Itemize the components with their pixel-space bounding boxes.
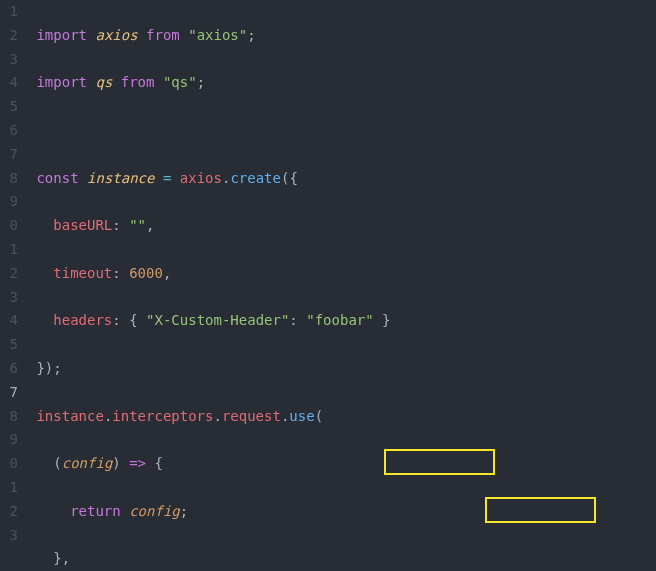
string: "X-Custom-Header" — [146, 312, 289, 328]
number: 6000 — [129, 265, 163, 281]
punct: ) — [112, 455, 120, 471]
identifier: config — [129, 503, 180, 519]
keyword: return — [70, 503, 121, 519]
string: "foobar" — [306, 312, 373, 328]
punct: , — [146, 217, 154, 233]
line-number: 2 — [0, 262, 18, 286]
code-line: headers: { "X-Custom-Header": "foobar" } — [28, 309, 656, 333]
identifier: instance — [87, 170, 154, 186]
punct: ({ — [281, 170, 298, 186]
identifier: axios — [95, 27, 137, 43]
keyword: const — [36, 170, 78, 186]
property: headers — [53, 312, 112, 328]
code-line: import axios from "axios"; — [28, 24, 656, 48]
punct: ( — [53, 455, 61, 471]
punct: : — [112, 312, 120, 328]
operator: = — [163, 170, 171, 186]
arrow: => — [129, 455, 146, 471]
keyword: from — [121, 74, 155, 90]
line-number: 1 — [0, 476, 18, 500]
line-number-gutter: 1 2 3 4 5 6 7 8 9 0 1 2 3 4 5 6 7 8 9 0 … — [0, 0, 28, 571]
line-number: 8 — [0, 405, 18, 429]
line-number: 5 — [0, 333, 18, 357]
line-number: 6 — [0, 119, 18, 143]
punct: } — [382, 312, 390, 328]
code-line: timeout: 6000, — [28, 262, 656, 286]
property: timeout — [53, 265, 112, 281]
property: baseURL — [53, 217, 112, 233]
object: instance — [36, 408, 103, 424]
keyword: import — [36, 74, 87, 90]
line-number: 5 — [0, 95, 18, 119]
keyword: from — [146, 27, 180, 43]
line-number: 7 — [0, 143, 18, 167]
line-number: 6 — [0, 357, 18, 381]
punct: , — [163, 265, 171, 281]
punct: }, — [53, 550, 70, 566]
punct: ; — [180, 503, 188, 519]
line-number: 1 — [0, 238, 18, 262]
punct: ; — [197, 74, 205, 90]
param: config — [62, 455, 113, 471]
keyword: import — [36, 27, 87, 43]
code-line: instance.interceptors.request.use( — [28, 405, 656, 429]
code-line: return config; — [28, 500, 656, 524]
line-number: 3 — [0, 524, 18, 548]
line-number: 2 — [0, 500, 18, 524]
function-call: create — [230, 170, 281, 186]
code-line: }, — [28, 547, 656, 571]
punct: { — [154, 455, 162, 471]
function-call: use — [289, 408, 314, 424]
line-number: 0 — [0, 452, 18, 476]
line-number: 4 — [0, 71, 18, 95]
code-line: baseURL: "", — [28, 214, 656, 238]
code-line — [28, 119, 656, 143]
code-line: import qs from "qs"; — [28, 71, 656, 95]
object: axios — [180, 170, 222, 186]
punct: : — [112, 265, 120, 281]
line-number: 3 — [0, 286, 18, 310]
code-line: (config) => { — [28, 452, 656, 476]
punct: : — [112, 217, 120, 233]
code-line: const instance = axios.create({ — [28, 167, 656, 191]
line-number: 3 — [0, 48, 18, 72]
dot: . — [213, 408, 221, 424]
punct: { — [129, 312, 137, 328]
punct: : — [289, 312, 297, 328]
punct: ( — [315, 408, 323, 424]
line-number: 7 — [0, 381, 18, 405]
line-number: 0 — [0, 214, 18, 238]
property: request — [222, 408, 281, 424]
line-number: 9 — [0, 428, 18, 452]
string: "axios" — [188, 27, 247, 43]
line-number: 1 — [0, 0, 18, 24]
line-number: 2 — [0, 24, 18, 48]
line-number: 4 — [0, 309, 18, 333]
line-number: 9 — [0, 190, 18, 214]
string: "" — [129, 217, 146, 233]
identifier: qs — [95, 74, 112, 90]
punct: }); — [36, 360, 61, 376]
line-number: 8 — [0, 167, 18, 191]
code-editor[interactable]: 1 2 3 4 5 6 7 8 9 0 1 2 3 4 5 6 7 8 9 0 … — [0, 0, 656, 571]
string: "qs" — [163, 74, 197, 90]
property: interceptors — [112, 408, 213, 424]
code-line: }); — [28, 357, 656, 381]
punct: ; — [247, 27, 255, 43]
code-area[interactable]: import axios from "axios"; import qs fro… — [28, 0, 656, 571]
